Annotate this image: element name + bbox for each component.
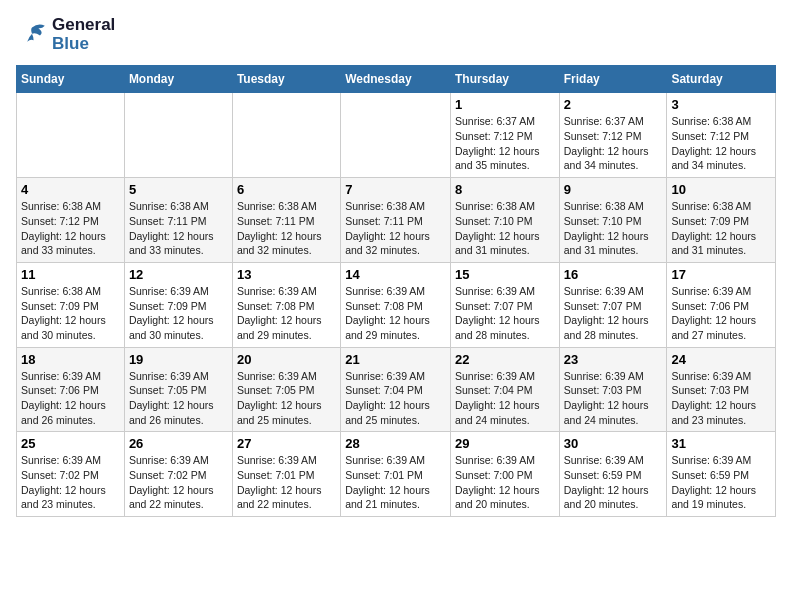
day-info: Sunrise: 6:39 AM Sunset: 7:02 PM Dayligh… <box>21 453 120 512</box>
calendar-week-0: 1Sunrise: 6:37 AM Sunset: 7:12 PM Daylig… <box>17 93 776 178</box>
calendar-cell: 9Sunrise: 6:38 AM Sunset: 7:10 PM Daylig… <box>559 178 667 263</box>
calendar-cell: 16Sunrise: 6:39 AM Sunset: 7:07 PM Dayli… <box>559 262 667 347</box>
calendar-week-2: 11Sunrise: 6:38 AM Sunset: 7:09 PM Dayli… <box>17 262 776 347</box>
day-number: 23 <box>564 352 663 367</box>
calendar-cell: 12Sunrise: 6:39 AM Sunset: 7:09 PM Dayli… <box>124 262 232 347</box>
calendar-cell: 19Sunrise: 6:39 AM Sunset: 7:05 PM Dayli… <box>124 347 232 432</box>
day-number: 20 <box>237 352 336 367</box>
day-info: Sunrise: 6:39 AM Sunset: 6:59 PM Dayligh… <box>671 453 771 512</box>
calendar-cell: 15Sunrise: 6:39 AM Sunset: 7:07 PM Dayli… <box>450 262 559 347</box>
calendar-cell: 11Sunrise: 6:38 AM Sunset: 7:09 PM Dayli… <box>17 262 125 347</box>
day-info: Sunrise: 6:39 AM Sunset: 7:07 PM Dayligh… <box>564 284 663 343</box>
day-info: Sunrise: 6:38 AM Sunset: 7:11 PM Dayligh… <box>129 199 228 258</box>
page-header: General Blue <box>16 16 776 53</box>
day-number: 10 <box>671 182 771 197</box>
calendar-cell: 22Sunrise: 6:39 AM Sunset: 7:04 PM Dayli… <box>450 347 559 432</box>
calendar-cell: 17Sunrise: 6:39 AM Sunset: 7:06 PM Dayli… <box>667 262 776 347</box>
calendar-header-row: SundayMondayTuesdayWednesdayThursdayFrid… <box>17 66 776 93</box>
calendar-cell: 21Sunrise: 6:39 AM Sunset: 7:04 PM Dayli… <box>341 347 451 432</box>
day-number: 19 <box>129 352 228 367</box>
calendar-cell <box>232 93 340 178</box>
day-number: 16 <box>564 267 663 282</box>
calendar-cell: 6Sunrise: 6:38 AM Sunset: 7:11 PM Daylig… <box>232 178 340 263</box>
day-info: Sunrise: 6:39 AM Sunset: 7:07 PM Dayligh… <box>455 284 555 343</box>
day-number: 22 <box>455 352 555 367</box>
day-number: 11 <box>21 267 120 282</box>
calendar-cell: 24Sunrise: 6:39 AM Sunset: 7:03 PM Dayli… <box>667 347 776 432</box>
calendar-cell: 1Sunrise: 6:37 AM Sunset: 7:12 PM Daylig… <box>450 93 559 178</box>
day-info: Sunrise: 6:38 AM Sunset: 7:11 PM Dayligh… <box>345 199 446 258</box>
day-info: Sunrise: 6:38 AM Sunset: 7:09 PM Dayligh… <box>671 199 771 258</box>
calendar-cell: 29Sunrise: 6:39 AM Sunset: 7:00 PM Dayli… <box>450 432 559 517</box>
calendar-cell: 7Sunrise: 6:38 AM Sunset: 7:11 PM Daylig… <box>341 178 451 263</box>
day-info: Sunrise: 6:39 AM Sunset: 7:00 PM Dayligh… <box>455 453 555 512</box>
day-info: Sunrise: 6:37 AM Sunset: 7:12 PM Dayligh… <box>455 114 555 173</box>
day-number: 6 <box>237 182 336 197</box>
calendar-cell: 23Sunrise: 6:39 AM Sunset: 7:03 PM Dayli… <box>559 347 667 432</box>
day-info: Sunrise: 6:39 AM Sunset: 7:01 PM Dayligh… <box>345 453 446 512</box>
calendar-cell: 2Sunrise: 6:37 AM Sunset: 7:12 PM Daylig… <box>559 93 667 178</box>
calendar-cell: 3Sunrise: 6:38 AM Sunset: 7:12 PM Daylig… <box>667 93 776 178</box>
day-info: Sunrise: 6:37 AM Sunset: 7:12 PM Dayligh… <box>564 114 663 173</box>
calendar-cell: 27Sunrise: 6:39 AM Sunset: 7:01 PM Dayli… <box>232 432 340 517</box>
day-info: Sunrise: 6:39 AM Sunset: 6:59 PM Dayligh… <box>564 453 663 512</box>
day-info: Sunrise: 6:38 AM Sunset: 7:09 PM Dayligh… <box>21 284 120 343</box>
day-number: 27 <box>237 436 336 451</box>
day-info: Sunrise: 6:39 AM Sunset: 7:08 PM Dayligh… <box>345 284 446 343</box>
logo: General Blue <box>16 16 115 53</box>
day-number: 15 <box>455 267 555 282</box>
logo-icon <box>16 21 48 49</box>
day-number: 14 <box>345 267 446 282</box>
calendar-cell <box>124 93 232 178</box>
calendar-week-3: 18Sunrise: 6:39 AM Sunset: 7:06 PM Dayli… <box>17 347 776 432</box>
calendar-cell: 5Sunrise: 6:38 AM Sunset: 7:11 PM Daylig… <box>124 178 232 263</box>
calendar-cell: 28Sunrise: 6:39 AM Sunset: 7:01 PM Dayli… <box>341 432 451 517</box>
calendar-week-1: 4Sunrise: 6:38 AM Sunset: 7:12 PM Daylig… <box>17 178 776 263</box>
calendar-cell: 8Sunrise: 6:38 AM Sunset: 7:10 PM Daylig… <box>450 178 559 263</box>
calendar-week-4: 25Sunrise: 6:39 AM Sunset: 7:02 PM Dayli… <box>17 432 776 517</box>
calendar-cell: 13Sunrise: 6:39 AM Sunset: 7:08 PM Dayli… <box>232 262 340 347</box>
day-number: 5 <box>129 182 228 197</box>
day-info: Sunrise: 6:39 AM Sunset: 7:06 PM Dayligh… <box>21 369 120 428</box>
header-sunday: Sunday <box>17 66 125 93</box>
header-tuesday: Tuesday <box>232 66 340 93</box>
header-saturday: Saturday <box>667 66 776 93</box>
calendar-cell: 30Sunrise: 6:39 AM Sunset: 6:59 PM Dayli… <box>559 432 667 517</box>
day-number: 1 <box>455 97 555 112</box>
header-wednesday: Wednesday <box>341 66 451 93</box>
day-info: Sunrise: 6:39 AM Sunset: 7:05 PM Dayligh… <box>237 369 336 428</box>
day-number: 24 <box>671 352 771 367</box>
calendar-cell: 26Sunrise: 6:39 AM Sunset: 7:02 PM Dayli… <box>124 432 232 517</box>
calendar-table: SundayMondayTuesdayWednesdayThursdayFrid… <box>16 65 776 517</box>
day-number: 21 <box>345 352 446 367</box>
day-info: Sunrise: 6:38 AM Sunset: 7:10 PM Dayligh… <box>455 199 555 258</box>
header-monday: Monday <box>124 66 232 93</box>
day-info: Sunrise: 6:38 AM Sunset: 7:10 PM Dayligh… <box>564 199 663 258</box>
logo-text: General Blue <box>52 16 115 53</box>
day-info: Sunrise: 6:39 AM Sunset: 7:06 PM Dayligh… <box>671 284 771 343</box>
day-number: 7 <box>345 182 446 197</box>
calendar-cell: 4Sunrise: 6:38 AM Sunset: 7:12 PM Daylig… <box>17 178 125 263</box>
calendar-cell: 14Sunrise: 6:39 AM Sunset: 7:08 PM Dayli… <box>341 262 451 347</box>
day-number: 26 <box>129 436 228 451</box>
day-info: Sunrise: 6:39 AM Sunset: 7:04 PM Dayligh… <box>455 369 555 428</box>
day-number: 29 <box>455 436 555 451</box>
calendar-cell <box>17 93 125 178</box>
day-info: Sunrise: 6:38 AM Sunset: 7:12 PM Dayligh… <box>21 199 120 258</box>
day-number: 9 <box>564 182 663 197</box>
day-number: 17 <box>671 267 771 282</box>
day-info: Sunrise: 6:39 AM Sunset: 7:05 PM Dayligh… <box>129 369 228 428</box>
day-info: Sunrise: 6:39 AM Sunset: 7:02 PM Dayligh… <box>129 453 228 512</box>
calendar-cell: 10Sunrise: 6:38 AM Sunset: 7:09 PM Dayli… <box>667 178 776 263</box>
day-number: 18 <box>21 352 120 367</box>
calendar-cell: 31Sunrise: 6:39 AM Sunset: 6:59 PM Dayli… <box>667 432 776 517</box>
day-info: Sunrise: 6:39 AM Sunset: 7:03 PM Dayligh… <box>671 369 771 428</box>
day-number: 30 <box>564 436 663 451</box>
day-info: Sunrise: 6:39 AM Sunset: 7:04 PM Dayligh… <box>345 369 446 428</box>
calendar-cell: 18Sunrise: 6:39 AM Sunset: 7:06 PM Dayli… <box>17 347 125 432</box>
day-info: Sunrise: 6:39 AM Sunset: 7:01 PM Dayligh… <box>237 453 336 512</box>
day-info: Sunrise: 6:39 AM Sunset: 7:09 PM Dayligh… <box>129 284 228 343</box>
day-number: 4 <box>21 182 120 197</box>
calendar-cell: 25Sunrise: 6:39 AM Sunset: 7:02 PM Dayli… <box>17 432 125 517</box>
header-thursday: Thursday <box>450 66 559 93</box>
